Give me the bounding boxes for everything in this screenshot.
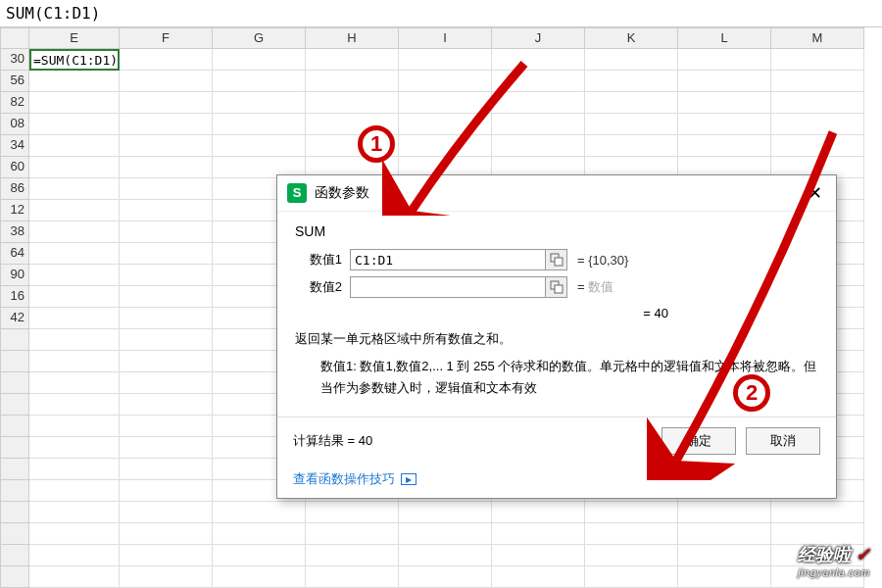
- row-header[interactable]: 38: [0, 221, 29, 243]
- cell[interactable]: [213, 135, 306, 157]
- row-header[interactable]: 90: [0, 265, 29, 286]
- cell[interactable]: [771, 92, 864, 114]
- col-header-f[interactable]: F: [120, 27, 213, 49]
- range-picker-icon[interactable]: [546, 249, 567, 270]
- row-header[interactable]: 86: [0, 178, 29, 200]
- cell[interactable]: [585, 49, 678, 71]
- cell[interactable]: [120, 286, 213, 308]
- row-header[interactable]: 56: [0, 71, 29, 92]
- argument-input-2[interactable]: [350, 276, 546, 298]
- calculation-result: 计算结果 = 40: [293, 432, 652, 450]
- cell[interactable]: [29, 157, 120, 178]
- cell[interactable]: [29, 286, 120, 308]
- cell[interactable]: [120, 221, 213, 243]
- col-header-e[interactable]: E: [29, 27, 120, 49]
- cell[interactable]: [585, 92, 678, 114]
- column-headers-row: E F G H I J K L M: [0, 27, 882, 49]
- row-header[interactable]: 42: [0, 308, 29, 329]
- arrow-2-icon: [647, 127, 843, 480]
- cell[interactable]: [120, 265, 213, 286]
- argument-result-1: = {10,30}: [577, 253, 628, 268]
- callout-badge-2: 2: [733, 374, 770, 412]
- row-header[interactable]: 82: [0, 92, 29, 114]
- cell[interactable]: [120, 135, 213, 157]
- row-header[interactable]: 34: [0, 135, 29, 157]
- cell[interactable]: [29, 135, 120, 157]
- cell[interactable]: [29, 308, 120, 329]
- cell[interactable]: [213, 114, 306, 135]
- cell[interactable]: [120, 114, 213, 135]
- cell[interactable]: [678, 71, 771, 92]
- video-icon: ▶: [401, 473, 416, 485]
- app-icon: S: [287, 183, 307, 203]
- cell[interactable]: [29, 221, 120, 243]
- cell[interactable]: [120, 200, 213, 221]
- cell[interactable]: [120, 178, 213, 200]
- col-header-i[interactable]: I: [399, 27, 492, 49]
- col-header-h[interactable]: H: [306, 27, 399, 49]
- argument-label-1: 数值1: [293, 251, 350, 269]
- arrow-1-icon: [382, 59, 539, 216]
- cell[interactable]: [29, 92, 120, 114]
- row-header[interactable]: 64: [0, 243, 29, 265]
- cell[interactable]: [678, 49, 771, 71]
- cell[interactable]: [678, 92, 771, 114]
- col-header-g[interactable]: G: [213, 27, 306, 49]
- col-header-l[interactable]: L: [678, 27, 771, 49]
- cell[interactable]: [120, 92, 213, 114]
- svg-rect-3: [555, 285, 563, 293]
- cell[interactable]: [120, 243, 213, 265]
- cell[interactable]: [120, 157, 213, 178]
- range-picker-icon[interactable]: [546, 276, 567, 298]
- argument-label-2: 数值2: [293, 278, 350, 296]
- cell[interactable]: [120, 49, 213, 71]
- cell[interactable]: [213, 49, 306, 71]
- corner-spacer[interactable]: [0, 27, 29, 49]
- cell[interactable]: [29, 200, 120, 221]
- cell[interactable]: [771, 71, 864, 92]
- formula-bar[interactable]: SUM(C1:D1): [0, 0, 882, 27]
- cell[interactable]: [213, 92, 306, 114]
- cell[interactable]: [29, 114, 120, 135]
- row-header[interactable]: 30: [0, 49, 29, 71]
- row-header[interactable]: 16: [0, 286, 29, 308]
- watermark: 经验啦 ✓ jingyanla.com: [798, 543, 870, 578]
- col-header-j[interactable]: J: [492, 27, 585, 49]
- cell[interactable]: [29, 71, 120, 92]
- cell[interactable]: [120, 308, 213, 329]
- argument-input-1[interactable]: [350, 249, 546, 270]
- row-header[interactable]: 60: [0, 157, 29, 178]
- cell[interactable]: [120, 71, 213, 92]
- cell[interactable]: [29, 265, 120, 286]
- row-header[interactable]: 12: [0, 200, 29, 221]
- col-header-k[interactable]: K: [585, 27, 678, 49]
- cell[interactable]: [29, 178, 120, 200]
- cell[interactable]: [771, 49, 864, 71]
- cell[interactable]: [29, 243, 120, 265]
- col-header-m[interactable]: M: [771, 27, 864, 49]
- svg-rect-1: [555, 258, 563, 266]
- row-header[interactable]: 08: [0, 114, 29, 135]
- cell[interactable]: =SUM(C1:D1): [29, 49, 120, 71]
- cell[interactable]: [213, 71, 306, 92]
- argument-result-2: = 数值: [577, 278, 613, 296]
- check-icon: ✓: [856, 545, 870, 564]
- callout-badge-1: 1: [358, 125, 395, 163]
- cell[interactable]: [585, 71, 678, 92]
